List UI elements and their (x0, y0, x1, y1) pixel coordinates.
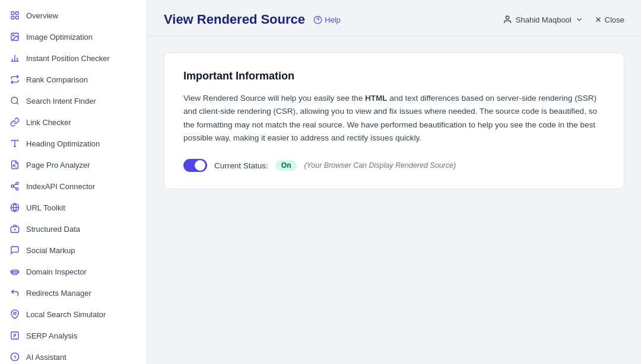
sidebar: Overview Image Optimization Instant Posi… (0, 0, 147, 364)
close-button[interactable]: Close (594, 15, 624, 24)
user-menu[interactable]: Shahid Maqbool (503, 15, 583, 24)
serp-icon (9, 330, 20, 341)
sidebar-item-label: Rank Comparison (26, 75, 88, 84)
main-content: View Rendered Source Help Shahid Maqbool… (147, 0, 641, 364)
chevron-down-icon (575, 15, 583, 24)
search-icon (9, 95, 20, 106)
switch-icon (9, 74, 20, 85)
sidebar-item-label: IndexAPI Connector (26, 182, 95, 191)
close-icon (594, 15, 602, 24)
page-title: View Rendered Source (164, 12, 305, 27)
sidebar-item-label: Instant Position Checker (26, 54, 110, 63)
body-html-keyword: HTML (365, 94, 388, 103)
toggle-knob (195, 160, 205, 171)
structured-icon (9, 223, 20, 234)
sidebar-item-label: Image Optimization (26, 33, 93, 41)
user-name: Shahid Maqbool (516, 15, 572, 24)
sidebar-item-redirects-manager[interactable]: Redirects Manager (0, 282, 147, 304)
sidebar-item-ai-assistant[interactable]: AI Assistant (0, 346, 147, 364)
sidebar-item-label: AI Assistant (26, 353, 66, 362)
sidebar-item-label: Overview (26, 11, 58, 20)
sidebar-item-label: Domain Inspector (26, 267, 87, 276)
sidebar-item-label: Structured Data (26, 225, 80, 234)
sidebar-item-social-markup[interactable]: Social Markup (0, 240, 147, 261)
heading-icon (9, 138, 20, 149)
sidebar-item-domain-inspector[interactable]: Domain Inspector (0, 261, 147, 282)
connector-icon (9, 181, 20, 191)
sidebar-item-heading-optimization[interactable]: Heading Optimization (0, 133, 147, 154)
sidebar-item-label: Page Pro Analyzer (26, 161, 90, 170)
sidebar-item-link-checker[interactable]: Link Checker (0, 111, 147, 133)
sidebar-item-label: Search Intent Finder (26, 97, 96, 106)
header-right: Shahid Maqbool Close (503, 15, 624, 24)
status-note: (Your Browser Can Display Rendered Sourc… (304, 161, 456, 170)
sidebar-item-page-pro-analyzer[interactable]: Page Pro Analyzer (0, 154, 147, 175)
page-header: View Rendered Source Help Shahid Maqbool… (147, 0, 641, 36)
grid-icon (9, 10, 20, 21)
sidebar-item-label: URL Toolkit (26, 203, 65, 212)
info-card-title: Important Information (183, 70, 605, 82)
chart-bar-icon (9, 53, 20, 63)
sidebar-item-rank-comparison[interactable]: Rank Comparison (0, 69, 147, 90)
sidebar-item-url-toolkit[interactable]: URL Toolkit (0, 197, 147, 218)
info-card-body: View Rendered Source will help you easil… (183, 92, 605, 145)
sidebar-item-local-search-simulator[interactable]: Local Search Simulator (0, 304, 147, 325)
sidebar-item-label: Social Markup (26, 246, 75, 255)
body-text-part1: View Rendered Source will help you easil… (183, 94, 365, 103)
sidebar-item-label: Redirects Manager (26, 289, 91, 298)
redirect-icon (9, 288, 20, 298)
social-icon (9, 245, 20, 256)
status-on-badge: On (275, 160, 297, 171)
ai-icon (9, 352, 20, 362)
info-card: Important Information View Rendered Sour… (164, 53, 624, 189)
sidebar-item-structured-data[interactable]: Structured Data (0, 218, 147, 240)
file-search-icon (9, 159, 20, 170)
help-label: Help (325, 15, 341, 24)
current-status-label: Current Status: (214, 161, 268, 170)
globe-icon (9, 202, 20, 213)
image-icon (9, 31, 20, 42)
close-label: Close (605, 15, 624, 24)
sidebar-item-image-optimization[interactable]: Image Optimization (0, 26, 147, 47)
help-link[interactable]: Help (313, 15, 341, 24)
sidebar-item-label: Local Search Simulator (26, 310, 106, 319)
sidebar-item-indexapi-connector[interactable]: IndexAPI Connector (0, 175, 147, 197)
sidebar-item-label: SERP Analysis (26, 331, 77, 340)
status-toggle[interactable] (183, 159, 207, 172)
content-area: Important Information View Rendered Sour… (147, 36, 641, 364)
sidebar-item-serp-analysis[interactable]: SERP Analysis (0, 325, 147, 346)
link-icon (9, 117, 20, 127)
help-icon (313, 15, 322, 24)
sidebar-item-label: Heading Optimization (26, 139, 100, 148)
sidebar-item-instant-position-checker[interactable]: Instant Position Checker (0, 47, 147, 69)
sidebar-item-search-intent-finder[interactable]: Search Intent Finder (0, 90, 147, 111)
sidebar-item-overview[interactable]: Overview (0, 5, 147, 26)
header-left: View Rendered Source Help (164, 12, 341, 27)
user-icon (503, 15, 512, 24)
sidebar-item-label: Link Checker (26, 118, 71, 127)
status-row: Current Status: On (Your Browser Can Dis… (183, 159, 605, 172)
pin-icon (9, 309, 20, 320)
domain-icon (9, 266, 20, 277)
